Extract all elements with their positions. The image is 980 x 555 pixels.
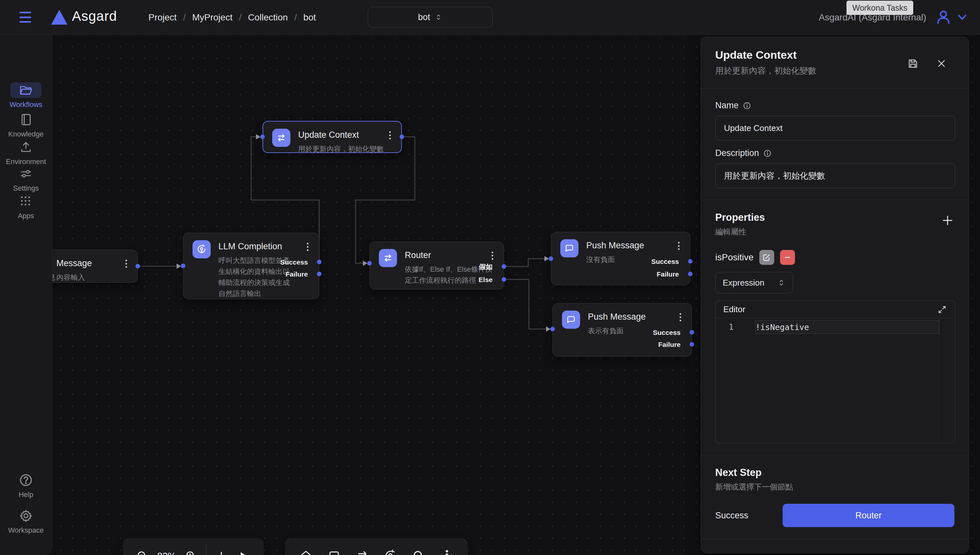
node-menu-icon[interactable] — [306, 242, 310, 252]
account-chevron-down-icon[interactable] — [955, 12, 969, 23]
node-router[interactable]: Router依據If、Else If、Else條件決定工作流程執行的路徑假如El… — [370, 242, 504, 289]
add-home-node-icon[interactable] — [299, 549, 313, 555]
menu-icon[interactable] — [19, 12, 31, 23]
workflow-selector-value: bot — [418, 12, 431, 22]
sidebar-item-label: Environment — [6, 157, 46, 166]
output-label-Failure: Failure — [658, 341, 681, 348]
zoom-in-icon[interactable] — [184, 550, 197, 555]
property-type-select[interactable]: Expression — [715, 272, 793, 294]
book-icon — [10, 112, 42, 127]
left-sidebar: Workflows Knowledge Environment Settings… — [0, 35, 52, 555]
swap-icon — [379, 249, 397, 267]
sidebar-item-label: Knowledge — [8, 130, 44, 138]
node-detail-panel: Update Context 用於更新內容，初始化變數 Name Descrip… — [701, 37, 969, 553]
search-node-icon[interactable] — [412, 549, 426, 555]
chat-icon — [562, 311, 580, 329]
sidebar-item-label: Workspace — [8, 526, 44, 534]
node-pm1[interactable]: Push Message沒有負面SuccessFailure — [551, 232, 690, 285]
zoom-level: 83% — [157, 551, 176, 555]
remove-property-button[interactable] — [780, 250, 795, 265]
properties-subtitle: 編輯屬性 — [715, 226, 765, 237]
breadcrumb-bot[interactable]: bot — [303, 12, 316, 23]
breadcrumb-separator: / — [183, 12, 186, 23]
clipped-char: 息 — [52, 272, 55, 283]
breadcrumb-separator: / — [294, 12, 297, 23]
output-label-假如: 假如 — [479, 262, 493, 271]
swap-icon — [272, 129, 290, 147]
description-label: Description — [715, 148, 954, 158]
output-label-Success: Success — [280, 258, 308, 266]
name-input[interactable] — [715, 116, 955, 140]
node-title: Push Message — [586, 241, 644, 250]
name-label: Name — [715, 101, 954, 111]
breadcrumb-project[interactable]: Project — [149, 12, 177, 23]
add-property-icon[interactable] — [941, 213, 954, 227]
output-label-Success: Success — [653, 329, 681, 337]
success-branch-label: Success — [715, 510, 748, 521]
zoom-toolbar: 83% — [123, 538, 264, 555]
node-title: Router — [405, 250, 431, 260]
node-title: LLM Completion — [218, 242, 282, 252]
breadcrumb: Project / MyProject / Collection / bot — [149, 0, 316, 35]
property-name: isPositive — [715, 252, 753, 263]
asgard-logo-icon — [51, 10, 67, 25]
add-node-icon[interactable] — [215, 550, 228, 555]
node-update_context[interactable]: Update Context用於更新內容，初始化變數 — [263, 121, 402, 153]
swap-node-icon[interactable] — [355, 549, 370, 555]
sidebar-item-workflows[interactable]: Workflows — [0, 82, 52, 109]
updown-chevron-icon — [435, 13, 442, 21]
sidebar-item-settings[interactable]: Settings — [0, 166, 52, 192]
node-menu-icon[interactable] — [678, 312, 682, 322]
node-description: 用於更新內容，初始化變數 — [298, 144, 391, 155]
output-label-Failure: Failure — [285, 270, 308, 278]
properties-title: Properties — [715, 212, 765, 223]
folder-icon — [10, 82, 42, 98]
sidebar-item-label: Workflows — [10, 101, 42, 109]
output-label-Success: Success — [652, 258, 679, 266]
llm-node-icon[interactable] — [383, 549, 398, 555]
toolbar-divider — [206, 544, 207, 555]
expand-icon[interactable] — [937, 305, 947, 314]
node-menu-icon[interactable] — [677, 241, 681, 251]
next-step-router-button[interactable]: Router — [783, 504, 954, 527]
grid-icon — [10, 194, 42, 209]
user-icon[interactable] — [935, 8, 952, 26]
workflow-selector[interactable]: bot — [368, 7, 493, 27]
node-menu-icon[interactable] — [388, 130, 392, 141]
close-icon[interactable] — [935, 58, 947, 69]
output-label-Else: Else — [479, 276, 493, 284]
breadcrumb-separator: / — [239, 12, 242, 23]
node-pm2[interactable]: Push Message表示有負面SuccessFailure — [552, 303, 692, 357]
sidebar-item-environment[interactable]: Environment — [0, 140, 52, 166]
next-step-title: Next Step — [715, 467, 954, 478]
top-navbar: Asgard Project / MyProject / Collection … — [0, 0, 980, 35]
breadcrumb-myproject[interactable]: MyProject — [192, 12, 232, 23]
workona-tasks-tooltip: Workona Tasks — [847, 1, 913, 15]
sidebar-item-knowledge[interactable]: Knowledge — [0, 112, 52, 138]
zoom-out-icon[interactable] — [136, 550, 149, 555]
code-line[interactable]: !isNegative — [755, 320, 939, 334]
chat-icon — [560, 239, 578, 257]
node-menu-icon[interactable] — [124, 258, 128, 269]
message-node-icon[interactable] — [327, 549, 341, 555]
sidebar-item-workspace[interactable]: Workspace — [0, 508, 52, 534]
description-input[interactable] — [715, 164, 955, 188]
run-workflow-icon[interactable] — [236, 550, 249, 555]
info-icon — [763, 149, 772, 158]
edit-property-button[interactable] — [759, 250, 774, 265]
apps-node-icon[interactable] — [440, 549, 454, 555]
sidebar-item-help[interactable]: Help — [0, 472, 52, 499]
next-step-subtitle: 新增或選擇下一個節點 — [715, 482, 954, 492]
breadcrumb-collection[interactable]: Collection — [248, 12, 288, 23]
sidebar-item-apps[interactable]: Apps — [0, 194, 52, 220]
brand-name: Asgard — [72, 8, 117, 24]
node-message[interactable]: Message息內容輸入 — [52, 250, 138, 283]
code-area[interactable]: 1 !isNegative — [716, 318, 955, 443]
node-llm[interactable]: LLM Completion呼叫大型語言模型並產生結構化的資料輸出以輔助流程的決… — [183, 233, 319, 299]
sidebar-item-label: Help — [18, 491, 33, 499]
node-title: Update Context — [298, 130, 359, 140]
sidebar-item-label: Settings — [13, 184, 39, 192]
node-menu-icon[interactable] — [490, 250, 495, 261]
save-icon[interactable] — [906, 57, 919, 70]
output-label-Failure: Failure — [657, 270, 679, 278]
